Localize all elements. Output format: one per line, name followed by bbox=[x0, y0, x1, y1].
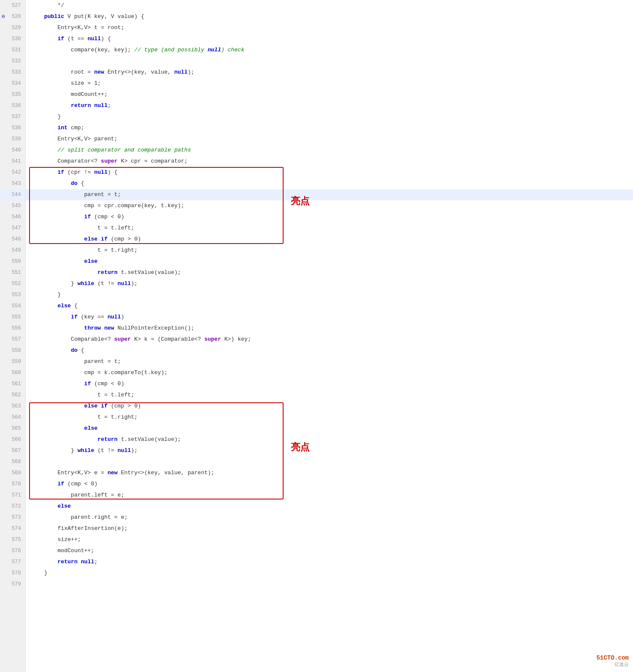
code-line: else { bbox=[26, 300, 633, 312]
code-line: modCount++; bbox=[26, 545, 633, 556]
line-number: 541 bbox=[0, 156, 25, 167]
code-line: modCount++; bbox=[26, 89, 633, 100]
code-line: cmp = k.compareTo(t.key); bbox=[26, 367, 633, 378]
code-content: parent = t; bbox=[26, 189, 121, 200]
code-line: } bbox=[26, 111, 633, 122]
line-number: 530 bbox=[0, 33, 25, 45]
code-content: int cmp; bbox=[26, 122, 84, 134]
code-content: do { bbox=[26, 178, 84, 189]
code-content: else { bbox=[26, 300, 77, 312]
code-content bbox=[26, 456, 34, 467]
code-line: if (t == null) { bbox=[26, 33, 633, 45]
line-number: 555 bbox=[0, 312, 25, 323]
code-line: do { bbox=[26, 345, 633, 356]
line-number: 561 bbox=[0, 378, 25, 390]
code-content: cmp = k.compareTo(t.key); bbox=[26, 367, 168, 378]
line-number: 558 bbox=[0, 345, 25, 356]
code-content: } while (t != null); bbox=[26, 278, 138, 289]
code-content: */ bbox=[26, 0, 64, 11]
code-content: t = t.right; bbox=[26, 412, 138, 423]
line-number: 573 bbox=[0, 512, 25, 523]
line-number: 572 bbox=[0, 501, 25, 512]
code-line: } bbox=[26, 568, 633, 579]
code-line: // split comparator and comparable paths bbox=[26, 145, 633, 156]
code-line: Entry<K,V> t = root; bbox=[26, 22, 633, 33]
code-line: else if (cmp > 0) bbox=[26, 234, 633, 245]
code-content: modCount++; bbox=[26, 545, 94, 556]
line-number: ⊖528 bbox=[0, 11, 25, 22]
line-number: 542 bbox=[0, 167, 25, 178]
code-content: Entry<K,V> e = new Entry<>(key, value, p… bbox=[26, 467, 214, 479]
line-number: 556 bbox=[0, 323, 25, 334]
code-content: public V put(K key, V value) { bbox=[26, 11, 144, 22]
code-content: if (t == null) { bbox=[26, 33, 111, 45]
line-number: 566 bbox=[0, 434, 25, 445]
code-line: else bbox=[26, 423, 633, 434]
line-number: 574 bbox=[0, 523, 25, 534]
code-line: Comparator<? super K> cpr = comparator; bbox=[26, 156, 633, 167]
code-line: compare(key, key); // type (and possibly… bbox=[26, 45, 633, 56]
code-line: fixAfterInsertion(e); bbox=[26, 523, 633, 534]
line-number: 535 bbox=[0, 89, 25, 100]
code-line: Comparable<? super K> k = (Comparable<? … bbox=[26, 334, 633, 345]
code-content: if (cmp < 0) bbox=[26, 378, 124, 390]
code-line: return t.setValue(value); bbox=[26, 434, 633, 445]
line-number: 543 bbox=[0, 178, 25, 189]
line-number: 560 bbox=[0, 367, 25, 378]
code-content: else bbox=[26, 423, 98, 434]
code-content: throw new NullPointerException(); bbox=[26, 323, 194, 334]
watermark-logo: 51CTO.com bbox=[596, 654, 629, 661]
line-number: 552 bbox=[0, 278, 25, 289]
code-line: else bbox=[26, 501, 633, 512]
code-content: Entry<K,V> parent; bbox=[26, 134, 118, 145]
code-content: parent = t; bbox=[26, 356, 121, 367]
watermark-subtitle: 亿迭云 bbox=[596, 661, 629, 668]
code-content: size++; bbox=[26, 534, 81, 545]
code-line: */ bbox=[26, 0, 633, 11]
line-number: 559 bbox=[0, 356, 25, 367]
code-line: Entry<K,V> e = new Entry<>(key, value, p… bbox=[26, 467, 633, 479]
code-line: public V put(K key, V value) { bbox=[26, 11, 633, 22]
code-content: } bbox=[26, 111, 61, 122]
code-line bbox=[26, 56, 633, 67]
code-line: parent.left = e; bbox=[26, 490, 633, 501]
code-line: parent.right = e; bbox=[26, 512, 633, 523]
line-number: 537 bbox=[0, 111, 25, 122]
code-line bbox=[26, 456, 633, 467]
code-content: } while (t != null); bbox=[26, 445, 138, 456]
code-line: do { bbox=[26, 178, 633, 189]
code-content: t = t.right; bbox=[26, 245, 138, 256]
line-number: 527 bbox=[0, 0, 25, 11]
line-number: 562 bbox=[0, 390, 25, 401]
code-content: parent.left = e; bbox=[26, 490, 124, 501]
code-content: else if (cmp > 0) bbox=[26, 401, 141, 412]
code-line bbox=[26, 579, 633, 590]
code-line: size++; bbox=[26, 534, 633, 545]
line-number: 550 bbox=[0, 256, 25, 267]
code-content: return t.setValue(value); bbox=[26, 434, 181, 445]
code-content: if (cpr != null) { bbox=[26, 167, 118, 178]
line-number: 540 bbox=[0, 145, 25, 156]
code-line: if (cpr != null) { bbox=[26, 167, 633, 178]
line-number: 544 bbox=[0, 189, 25, 200]
code-content: fixAfterInsertion(e); bbox=[26, 523, 127, 534]
code-content: if (cmp < 0) bbox=[26, 479, 98, 490]
code-content bbox=[26, 56, 34, 67]
code-content: return t.setValue(value); bbox=[26, 267, 181, 278]
code-line: } while (t != null); bbox=[26, 445, 633, 456]
code-content: root = new Entry<>(key, value, null); bbox=[26, 67, 194, 78]
code-line: t = t.left; bbox=[26, 223, 633, 234]
code-line: int cmp; bbox=[26, 122, 633, 134]
line-number: 534 bbox=[0, 78, 25, 89]
highlight-label-1: 亮点 bbox=[291, 195, 310, 208]
line-number: 576 bbox=[0, 545, 25, 556]
line-number: 567 bbox=[0, 445, 25, 456]
code-line: parent = t; bbox=[26, 356, 633, 367]
code-line: root = new Entry<>(key, value, null); bbox=[26, 67, 633, 78]
line-number: 546 bbox=[0, 211, 25, 223]
code-line: if (cmp < 0) bbox=[26, 211, 633, 223]
code-content: t = t.left; bbox=[26, 390, 134, 401]
code-line: if (cmp < 0) bbox=[26, 479, 633, 490]
line-number: 547 bbox=[0, 223, 25, 234]
line-number: 551 bbox=[0, 267, 25, 278]
